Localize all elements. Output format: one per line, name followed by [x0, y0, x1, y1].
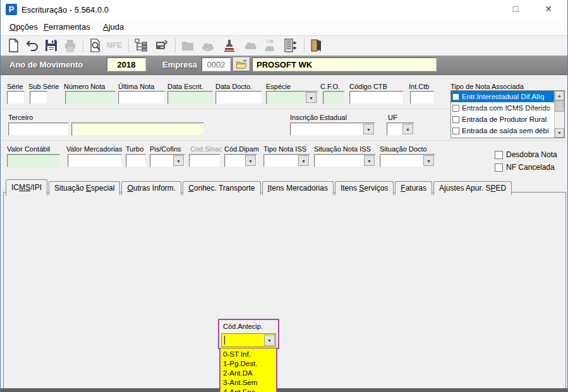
situacao-nota-iss-combo[interactable]: [314, 154, 376, 167]
valor-mercadorias-field[interactable]: [68, 154, 122, 167]
list-item-label: Entrada de Produtor Rural: [462, 116, 547, 123]
checkbox-icon[interactable]: [452, 116, 459, 123]
tipo-nota-iss-combo[interactable]: [263, 154, 310, 167]
codigo-ctb-field[interactable]: [349, 91, 404, 104]
dropdown-arrow-icon[interactable]: [245, 155, 256, 166]
dropdown-item[interactable]: 2-Ant.DA: [221, 369, 276, 378]
data-escrit-label: Data Escrit.: [167, 83, 203, 90]
stamp-icon[interactable]: [222, 38, 237, 53]
terceiro-code-field[interactable]: [8, 122, 69, 136]
checkbox-icon[interactable]: [495, 151, 503, 159]
scrollbar[interactable]: [554, 91, 564, 138]
checkbox-icon[interactable]: [452, 128, 459, 134]
folder-icon: [180, 38, 195, 53]
empresa-name-field[interactable]: PROSOFT WK: [252, 57, 437, 71]
data-docto-field[interactable]: [215, 91, 262, 104]
valor-contabil-field[interactable]: [7, 154, 60, 167]
cfo-field[interactable]: [323, 91, 344, 104]
cod-antecip-dropdown: 0-ST Inf. 1-Pg.Dest. 2-Ant.DA 3-Ant.Sem …: [219, 348, 277, 392]
situacao-docto-combo[interactable]: [380, 154, 435, 167]
desdobra-nota-checkbox[interactable]: Desdobra Nota: [495, 150, 557, 159]
ultima-nota-field[interactable]: [118, 91, 165, 104]
dropdown-arrow-icon[interactable]: [364, 155, 375, 166]
checkbox-icon[interactable]: [495, 163, 503, 172]
tab-itens-mercadorias[interactable]: Itens Mercadorias: [262, 181, 334, 195]
dropdown-arrow-icon[interactable]: [173, 155, 184, 166]
dropdown-item[interactable]: 0-ST Inf.: [221, 350, 276, 359]
empresa-code-field[interactable]: 0002: [202, 57, 231, 71]
tab-outras-inform[interactable]: Outras Inform.: [121, 181, 181, 195]
cfo-label: C.F.O.: [320, 83, 340, 90]
tree-view-icon[interactable]: [133, 38, 148, 53]
uf-label: UF: [388, 114, 397, 121]
undo-icon[interactable]: [25, 38, 40, 53]
cod-dipam-combo[interactable]: [224, 154, 257, 167]
dropdown-item[interactable]: 4-Ant.Enc: [221, 388, 276, 392]
new-document-icon[interactable]: [6, 38, 21, 53]
tipo-nota-iss-label: Tipo Nota ISS: [263, 145, 306, 153]
inscricao-estadual-combo[interactable]: [290, 122, 375, 136]
int-ctb-field[interactable]: [410, 91, 434, 104]
terceiro-name-field[interactable]: [71, 122, 204, 136]
exit-icon[interactable]: [309, 38, 324, 53]
cod-antecip-combo[interactable]: [221, 333, 276, 347]
cod-sinac-label: Cod.Sinac: [190, 145, 222, 153]
maximize-button[interactable]: □: [502, 0, 529, 18]
numero-nota-field[interactable]: [65, 91, 116, 104]
tab-icms-ipi[interactable]: ICMS/IPI: [6, 179, 47, 196]
divider: [1, 140, 567, 141]
menu-opcoes[interactable]: Opções: [9, 22, 38, 32]
nf-cancelada-checkbox[interactable]: NF Cancelada: [495, 163, 555, 172]
pis-cofins-combo[interactable]: [150, 154, 185, 167]
list-item[interactable]: Entrada com ICMS Diferido: [451, 102, 556, 114]
cod-sinac-field[interactable]: [189, 154, 221, 167]
list-item[interactable]: Entr.Interestadual Dif.Alíq: [451, 91, 556, 102]
especie-combo[interactable]: [266, 91, 318, 104]
tab-conhec-transporte[interactable]: Conhec. Transporte: [183, 181, 260, 195]
uf-combo[interactable]: [387, 122, 414, 136]
empresa-browse-button[interactable]: [233, 57, 250, 71]
ano-movimento-field[interactable]: 2018: [107, 57, 146, 71]
tab-ajustes-apur-sped[interactable]: Ajustes Apur. SPED: [433, 181, 512, 195]
tipo-nota-label: Tipo de Nota Associada: [450, 83, 524, 90]
numero-nota-label: Número Nota: [64, 83, 105, 90]
dropdown-arrow-icon[interactable]: [264, 335, 275, 346]
dropdown-arrow-icon[interactable]: [298, 155, 309, 166]
dropdown-arrow-icon[interactable]: [363, 124, 374, 134]
app-icon: P: [6, 4, 17, 15]
cloud-icon: [243, 38, 258, 53]
scroll-up-icon[interactable]: [555, 91, 564, 100]
scroll-down-icon[interactable]: [555, 128, 564, 138]
menu-ajuda[interactable]: Ajuda: [103, 22, 124, 32]
print-preview-icon[interactable]: [88, 38, 103, 53]
checkbox-icon[interactable]: [452, 93, 459, 100]
dropdown-arrow-icon[interactable]: [306, 92, 317, 103]
tab-situacao-especial[interactable]: Situação Especial: [49, 181, 120, 195]
data-escrit-field[interactable]: [167, 91, 213, 104]
ultima-nota-label: Última Nota: [118, 83, 154, 90]
save-icon[interactable]: [44, 38, 59, 53]
toolbar-separator: [304, 39, 305, 52]
menu-ferramentas[interactable]: Ferramentas: [44, 22, 90, 32]
dropdown-arrow-icon[interactable]: [402, 124, 413, 134]
empresa-label: Empresa: [162, 60, 197, 69]
tipo-nota-list[interactable]: Entr.Interestadual Dif.Alíq Entrada com …: [450, 90, 565, 138]
dropdown-arrow-icon[interactable]: [423, 155, 434, 166]
header-bar: Ano de Movimento 2018 Empresa 0002 PROSO…: [1, 56, 567, 75]
list-item[interactable]: Entrada de saída sem débi: [451, 125, 556, 136]
process-icon[interactable]: [154, 38, 169, 53]
especie-label: Espécie: [266, 83, 291, 90]
tab-itens-servicos[interactable]: Itens Serviços: [335, 181, 394, 195]
scrollbar-thumb[interactable]: [555, 100, 564, 112]
tab-faturas[interactable]: Faturas: [395, 181, 432, 195]
serie-field[interactable]: [7, 91, 25, 104]
turbo-field[interactable]: [126, 154, 146, 167]
checkbox-icon[interactable]: [452, 105, 459, 112]
sub-serie-field[interactable]: [30, 91, 47, 104]
print-icon: [63, 38, 78, 53]
dropdown-item[interactable]: 3-Ant.Sem: [221, 378, 276, 388]
report-icon[interactable]: [282, 38, 298, 53]
list-item[interactable]: Entrada de Produtor Rural: [451, 114, 556, 125]
close-button[interactable]: ✕: [535, 0, 562, 18]
dropdown-item[interactable]: 1-Pg.Dest.: [221, 359, 276, 369]
